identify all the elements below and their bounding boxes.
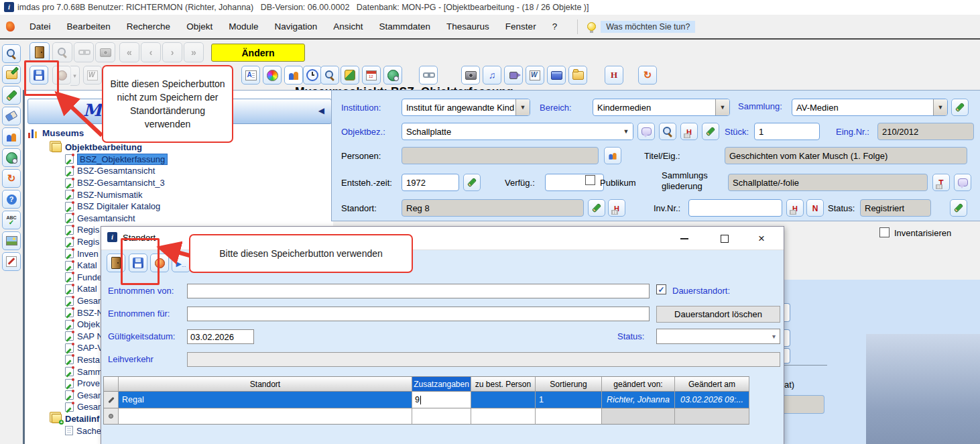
- invnr-number-button[interactable]: [806, 199, 824, 217]
- cell-empty[interactable]: [119, 408, 412, 425]
- sammlungsgliederung-thesaurus-button[interactable]: [932, 174, 950, 191]
- sidebar-globe-button[interactable]: [2, 148, 21, 167]
- menu-help[interactable]: ?: [544, 21, 566, 32]
- cell-empty[interactable]: [412, 408, 471, 425]
- folder-button[interactable]: [568, 66, 587, 85]
- objektbez-comment-button[interactable]: [637, 123, 655, 140]
- publikum-checkbox[interactable]: [585, 175, 595, 185]
- standort-history-button[interactable]: [608, 199, 625, 217]
- undo-button[interactable]: [52, 66, 71, 85]
- chevron-down-icon[interactable]: ▼: [515, 99, 530, 115]
- chain-button[interactable]: [419, 66, 438, 85]
- sidebar-folder-edit-button[interactable]: [2, 65, 21, 84]
- search-globe-button[interactable]: [320, 66, 339, 85]
- objektbez-search-button[interactable]: [659, 123, 676, 140]
- calendar-button[interactable]: [362, 66, 381, 85]
- cell-empty[interactable]: [471, 408, 536, 425]
- cell-sortierung[interactable]: 1: [536, 392, 602, 408]
- sync-button[interactable]: [638, 66, 657, 85]
- cell-geaendert-am[interactable]: 03.02.2026 09:...: [675, 392, 749, 408]
- link-button[interactable]: [74, 42, 94, 62]
- tree-item[interactable]: Gesamtansicht: [25, 213, 332, 225]
- stueck-input[interactable]: 1: [754, 123, 820, 140]
- menu-stammdaten[interactable]: Stammdaten: [371, 21, 439, 32]
- entstehzeit-input[interactable]: 1972: [402, 174, 459, 191]
- text-module-button[interactable]: [241, 66, 260, 85]
- tree-item[interactable]: BSZ_Objekterfassung: [25, 154, 332, 166]
- tree-item[interactable]: BSZ-Gesamtansicht_3: [25, 177, 332, 189]
- tree-item[interactable]: BSZ Digitaler Katalog: [25, 201, 332, 213]
- audio-button[interactable]: [483, 66, 501, 85]
- column-header[interactable]: Standort: [119, 377, 412, 392]
- save-button[interactable]: [29, 66, 48, 85]
- collapse-arrow-icon[interactable]: ◀: [318, 106, 324, 115]
- tree-root-objektbearbeitung[interactable]: Objektbearbeitung: [25, 142, 332, 154]
- sidebar-sync-button[interactable]: [2, 169, 21, 188]
- sammlung-combo[interactable]: AV-Medien▼: [792, 99, 948, 116]
- objektbez-edit-button[interactable]: [702, 123, 719, 140]
- sidebar-eraser-button[interactable]: [2, 107, 21, 125]
- column-header-active[interactable]: Zusatzangaben: [412, 377, 471, 392]
- chevron-down-icon[interactable]: ▼: [619, 123, 633, 140]
- dauerstandort-loeschen-button[interactable]: Dauerstandort löschen: [656, 306, 780, 323]
- history-button[interactable]: [605, 66, 623, 85]
- dialog-status-select[interactable]: ▾: [656, 329, 780, 344]
- camera-button[interactable]: [461, 66, 480, 85]
- cell-zu-best-person[interactable]: [471, 392, 536, 408]
- cell-geaendert-von[interactable]: Richter, Johanna: [602, 392, 675, 408]
- close-button[interactable]: ×: [751, 232, 772, 245]
- maximize-button[interactable]: [715, 232, 735, 245]
- exit-button[interactable]: [29, 42, 50, 62]
- archive-button[interactable]: [547, 66, 566, 85]
- chevron-down-icon[interactable]: ▼: [715, 99, 729, 115]
- sammlungsgliederung-comment-button[interactable]: [954, 174, 971, 191]
- aendern-button[interactable]: Ändern: [211, 44, 305, 62]
- word-button[interactable]: [526, 66, 544, 85]
- minimize-button[interactable]: [674, 232, 694, 245]
- bereich-combo[interactable]: Kindermedien▼: [593, 99, 730, 116]
- tree-item[interactable]: BSZ-Numismatik: [25, 188, 332, 201]
- gueltigkeitsdatum-input[interactable]: 03.02.2026: [187, 329, 254, 344]
- dialog-run-button[interactable]: [172, 254, 190, 272]
- assistant-prompt[interactable]: Was möchten Sie tun?: [601, 21, 695, 33]
- video-button[interactable]: [504, 66, 523, 85]
- sidebar-persons-button[interactable]: [2, 127, 21, 146]
- cell-standort[interactable]: Regal: [119, 392, 412, 408]
- last-record-button[interactable]: »: [184, 42, 204, 62]
- objektbez-history-button[interactable]: [680, 123, 698, 140]
- column-header[interactable]: geändert von:: [602, 377, 675, 392]
- sidebar-image-button[interactable]: [2, 231, 21, 250]
- inventarisieren-checkbox[interactable]: [879, 227, 890, 237]
- cell-empty[interactable]: [536, 408, 602, 425]
- time-button[interactable]: [303, 66, 322, 85]
- row-selector-new[interactable]: [104, 408, 119, 425]
- print-button[interactable]: [95, 42, 115, 62]
- persons-button[interactable]: [284, 66, 303, 85]
- entnommen-von-input[interactable]: [187, 284, 650, 298]
- sidebar-edit-button[interactable]: [2, 86, 21, 105]
- menu-thesaurus[interactable]: Thesaurus: [438, 21, 497, 32]
- colors-button[interactable]: [263, 66, 282, 85]
- search-button[interactable]: [52, 42, 72, 62]
- menu-ansicht[interactable]: Ansicht: [325, 21, 371, 32]
- sidebar-signature-button[interactable]: [2, 252, 21, 271]
- row-selector-edit[interactable]: [104, 392, 119, 408]
- copy-button[interactable]: [83, 66, 102, 85]
- sidebar-help-button[interactable]: [2, 190, 21, 209]
- invnr-history-button[interactable]: [786, 199, 804, 217]
- sammlung-edit-button[interactable]: [951, 99, 969, 116]
- objektbez-combo[interactable]: Schallplatte▼: [402, 123, 633, 140]
- dauerstandort-checkbox[interactable]: ✓: [656, 284, 666, 294]
- entnommen-fuer-input[interactable]: [187, 307, 650, 321]
- menu-recherche[interactable]: Recherche: [119, 21, 178, 32]
- menu-bearbeiten[interactable]: Bearbeiten: [59, 21, 119, 32]
- dialog-exit-button[interactable]: [107, 254, 125, 272]
- menu-datei[interactable]: Datei: [21, 21, 59, 32]
- menu-fenster[interactable]: Fenster: [497, 21, 544, 32]
- column-header[interactable]: Geändert am: [675, 377, 749, 392]
- dialog-save-button[interactable]: [129, 254, 147, 272]
- entstehzeit-edit-button[interactable]: [463, 174, 481, 191]
- menu-module[interactable]: Module: [221, 21, 266, 32]
- cell-zusatzangaben-editing[interactable]: 9: [412, 392, 471, 408]
- column-header[interactable]: zu best. Person: [471, 377, 536, 392]
